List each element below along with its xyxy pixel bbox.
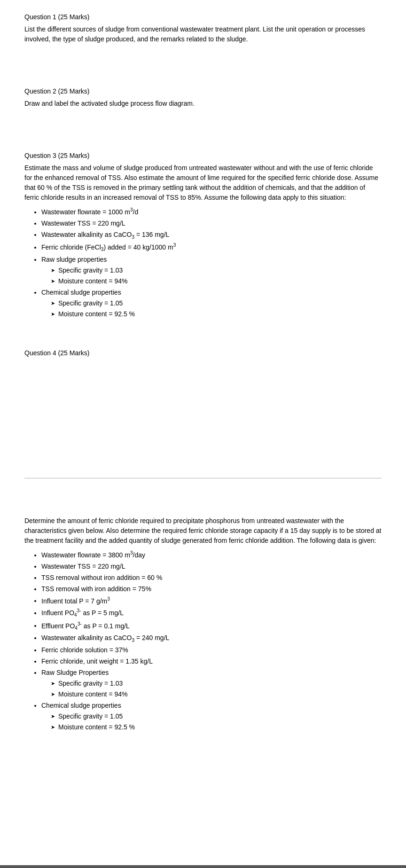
question-3-title: Question 3 (25 Marks) xyxy=(24,152,382,159)
raw-sludge-sg: Specific gravity = 1.03 xyxy=(51,266,382,275)
cont-chem-sludge-sub-list: Specific gravity = 1.05 Moisture content… xyxy=(51,712,382,732)
question-2-title: Question 2 (25 Marks) xyxy=(24,87,382,95)
cont-raw-sludge-sg: Specific gravity = 1.03 xyxy=(51,679,382,688)
question-3-body: Estimate the mass and volume of sludge p… xyxy=(24,163,382,203)
cont-list-item: Effluent PO43- as P = 0.1 mg/L xyxy=(41,620,382,632)
raw-sludge-mc: Moisture content = 94% xyxy=(51,276,382,286)
list-item: Wastewater flowrate = 1000 m3/d xyxy=(41,206,382,217)
q3-after-spacer xyxy=(24,330,382,340)
cont-raw-sludge-mc: Moisture content = 94% xyxy=(51,689,382,699)
cont-list-item: Ferric chloride solution = 37% xyxy=(41,645,382,655)
question-4-spacer xyxy=(24,360,382,464)
question-2-block: Question 2 (25 Marks) Draw and label the… xyxy=(24,87,382,141)
continuation-list: Wastewater flowrate = 3800 m3/day Wastew… xyxy=(41,549,382,732)
question-1-block: Question 1 (25 Marks) List the different… xyxy=(24,13,382,76)
cont-chem-sludge-mc: Moisture content = 92.5 % xyxy=(51,722,382,732)
chem-sludge-sg: Specific gravity = 1.05 xyxy=(51,298,382,308)
cont-list-item: Wastewater TSS = 220 mg/L xyxy=(41,562,382,571)
bottom-bar xyxy=(0,865,406,868)
question-4-title: Question 4 (25 Marks) xyxy=(24,349,382,357)
question-2-spacer xyxy=(24,112,382,141)
cont-list-item-chem-sludge: Chemical sludge properties Specific grav… xyxy=(41,701,382,732)
question-1-body: List the different sources of sludge fro… xyxy=(24,24,382,44)
question-3-block: Question 3 (25 Marks) Estimate the mass … xyxy=(24,152,382,319)
continuation-body: Determine the amount of ferric chloride … xyxy=(24,516,382,546)
cont-chem-sludge-sg: Specific gravity = 1.05 xyxy=(51,712,382,721)
cont-raw-sludge-sub-list: Specific gravity = 1.03 Moisture content… xyxy=(51,679,382,699)
raw-sludge-sub-list: Specific gravity = 1.03 Moisture content… xyxy=(51,266,382,286)
chem-sludge-mc: Moisture content = 92.5 % xyxy=(51,309,382,319)
continuation-block: Determine the amount of ferric chloride … xyxy=(24,516,382,732)
cont-list-item-raw-sludge: Raw Sludge Properties Specific gravity =… xyxy=(41,668,382,699)
question-1-spacer xyxy=(24,48,382,76)
cont-list-item: TSS removal without iron addition = 60 % xyxy=(41,573,382,583)
cont-list-item: Wastewater alkalinity as CaCO3 = 240 mg/… xyxy=(41,633,382,644)
question-1-title: Question 1 (25 Marks) xyxy=(24,13,382,21)
cont-list-item: TSS removal with iron addition = 75% xyxy=(41,584,382,594)
list-item: Ferric chloride (FeCl3) added = 40 kg/10… xyxy=(41,242,382,253)
question-2-body: Draw and label the activated sludge proc… xyxy=(24,99,382,109)
chem-sludge-sub-list: Specific gravity = 1.05 Moisture content… xyxy=(51,298,382,319)
continuation-spacer xyxy=(24,493,382,516)
list-item-raw-sludge: Raw sludge properties Specific gravity =… xyxy=(41,255,382,286)
cont-list-item: Wastewater flowrate = 3800 m3/day xyxy=(41,549,382,560)
q3-after-spacer2 xyxy=(24,340,382,349)
page-divider xyxy=(24,478,382,478)
cont-list-item: Influent PO43- as P = 5 mg/L xyxy=(41,607,382,618)
list-item-chem-sludge: Chemical sludge properties Specific grav… xyxy=(41,288,382,319)
cont-list-item: Influent total P = 7 g/m3 xyxy=(41,595,382,606)
question-4-block: Question 4 (25 Marks) xyxy=(24,349,382,464)
list-item: Wastewater TSS = 220 mg/L xyxy=(41,219,382,228)
page: Question 1 (25 Marks) List the different… xyxy=(0,0,406,868)
list-item: Wastewater alkalinity as CaCO3 = 136 mg/… xyxy=(41,230,382,241)
cont-list-item: Ferric chloride, unit weight = 1.35 kg/L xyxy=(41,657,382,666)
question-3-list: Wastewater flowrate = 1000 m3/d Wastewat… xyxy=(41,206,382,319)
